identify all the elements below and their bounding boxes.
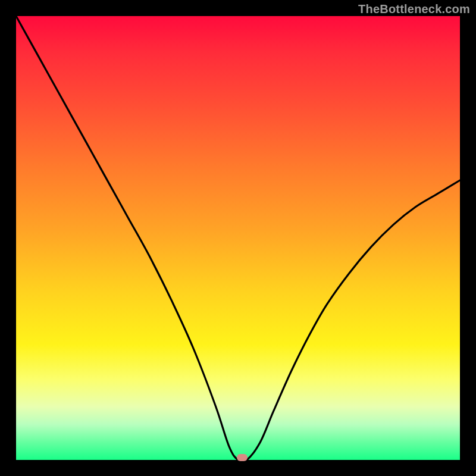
plot-area	[16, 16, 460, 460]
bottleneck-curve	[16, 16, 460, 462]
chart-frame: TheBottleneck.com	[0, 0, 476, 476]
optimal-point-marker	[237, 454, 248, 461]
curve-svg	[16, 16, 460, 460]
watermark-text: TheBottleneck.com	[358, 2, 470, 16]
